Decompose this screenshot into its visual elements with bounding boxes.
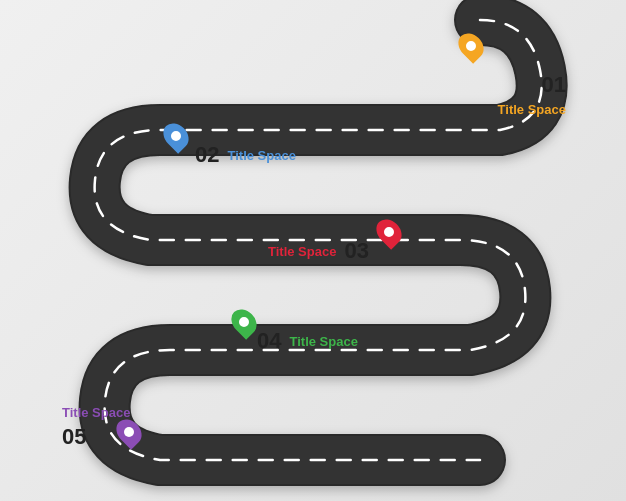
pin-05 xyxy=(118,418,140,446)
step-03-number: 03 xyxy=(344,238,368,264)
step-05-number: 05 xyxy=(62,424,86,450)
step-03-label: Title Space 03 xyxy=(268,238,369,264)
step-01-number: 01 xyxy=(542,72,566,98)
infographic-container: 01 Title Space 02 Title Space Title Spac… xyxy=(0,0,626,501)
step-04-title: Title Space xyxy=(289,334,357,349)
step-04-number: 04 xyxy=(257,328,281,354)
step-01-title: Title Space xyxy=(498,102,566,117)
step-02-number: 02 xyxy=(195,142,219,168)
step-01-label: 01 Title Space xyxy=(498,72,566,117)
step-04-label: 04 Title Space xyxy=(257,328,358,354)
step-02-label: 02 Title Space xyxy=(195,142,296,168)
pin-02 xyxy=(165,122,187,150)
step-03-title: Title Space xyxy=(268,244,336,259)
pin-04 xyxy=(233,308,255,336)
pin-01 xyxy=(460,32,482,60)
step-02-title: Title Space xyxy=(227,148,295,163)
pin-03 xyxy=(378,218,400,246)
